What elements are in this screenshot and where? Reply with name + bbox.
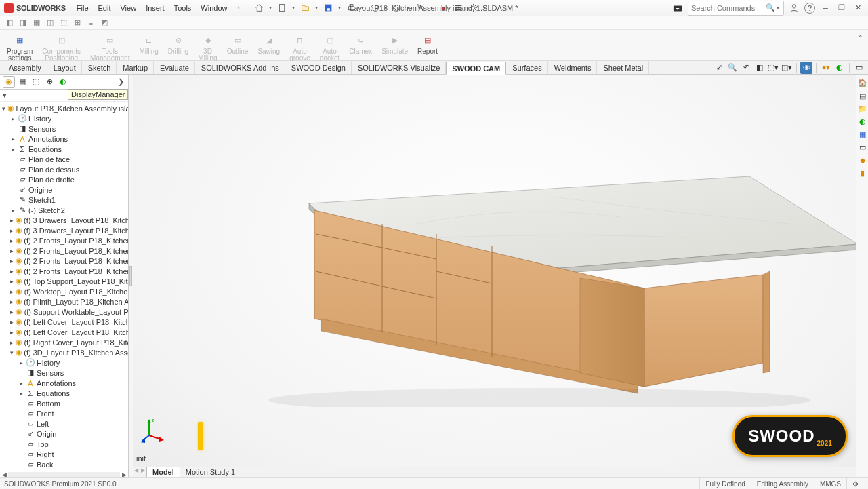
view-triad[interactable]: z [141, 416, 168, 444]
tree-plan-droite[interactable]: ▱Plan de droite [1, 174, 128, 184]
section-icon[interactable]: ◧ [753, 62, 766, 74]
tree-hscroll[interactable]: ◀ ▶ [0, 471, 128, 477]
tab-sheetmetal[interactable]: Sheet Metal [597, 61, 649, 74]
tree-3d[interactable]: ▾◉(f) 3D_Layout P18_Kitchen Assembly isl… [1, 347, 128, 357]
tree-item[interactable]: ▸◉(f) Support Worktable_Layout P18_Kitch… [1, 307, 128, 317]
save-icon[interactable] [322, 2, 334, 14]
tree-item[interactable]: ▸◉(f) Left Cover_Layout P18_Kitchen Asse… [1, 327, 128, 337]
tree-sensors[interactable]: ◨Sensors [1, 123, 128, 134]
close-icon[interactable]: ✕ [852, 2, 864, 14]
bottom-tab-motion[interactable]: Motion Study 1 [180, 467, 241, 477]
prev-view-icon[interactable]: ↶ [740, 62, 752, 74]
cmdmgr-chevron-icon[interactable]: ⌃ [854, 33, 865, 43]
user-icon[interactable] [788, 2, 800, 14]
tree-item[interactable]: ▸◉(f) Top Support_Layout P18_Kitchen Ass… [1, 276, 128, 286]
menu-window[interactable]: Window [197, 2, 231, 14]
open-icon[interactable] [299, 2, 311, 14]
cmd-program-settings[interactable]: ▦Program settings [4, 31, 35, 63]
tree-item[interactable]: ▸◉(f) Worktop_Layout P18_Kitchen Assembl… [1, 286, 128, 296]
menu-insert[interactable]: Insert [142, 2, 169, 14]
scroll-right-icon[interactable]: ▶ [120, 471, 128, 478]
tab-markup[interactable]: Markup [117, 61, 154, 74]
tree-plan-face[interactable]: ▱Plan de face [1, 154, 128, 164]
fm-tab-display-icon[interactable]: ◐ [57, 76, 69, 88]
cmd-report[interactable]: ▤Report [415, 31, 440, 56]
tree-origine[interactable]: ↙Origine [1, 184, 128, 195]
qa-icon-1[interactable]: ◧ [4, 18, 15, 28]
pin-icon[interactable] [232, 2, 245, 14]
qa-icon-7[interactable]: ≡ [85, 18, 96, 28]
fm-tab-tree-icon[interactable]: ◉ [3, 76, 15, 88]
help-icon[interactable]: ? [804, 3, 815, 14]
tab-sketch[interactable]: Sketch [82, 61, 117, 74]
tree-sub-annotations[interactable]: ▸AAnnotations [1, 378, 128, 388]
tree-sub-right[interactable]: ▱Right [1, 449, 128, 459]
cloud-icon[interactable] [671, 2, 684, 14]
scroll-left-icon[interactable]: ◀ [0, 471, 8, 478]
tree-sub-equations[interactable]: ▸ΣEquations [1, 388, 128, 398]
tree-sub-front[interactable]: ▱Front [1, 408, 128, 418]
tab-visualize[interactable]: SOLIDWORKS Visualize [352, 61, 446, 74]
restore-icon[interactable]: ❐ [835, 2, 848, 14]
tree-equations[interactable]: ▸ΣEquations [1, 144, 128, 154]
tree-sub-back[interactable]: ▱Back [1, 459, 128, 469]
tree-item[interactable]: ▸◉(f) Plinth_Layout P18_Kitchen Assembly… [1, 296, 128, 307]
open-drop[interactable]: ▾ [314, 2, 319, 14]
qa-icon-5[interactable]: ⬚ [58, 18, 69, 28]
tree-item[interactable]: ▸◉(f) 3 Drawers_Layout P18_Kitchen Assem… [1, 215, 128, 225]
qa-icon-6[interactable]: ⊞ [72, 18, 83, 28]
tree-sub-sensors[interactable]: ◨Sensors [1, 368, 128, 378]
scene-icon[interactable]: ◐ [833, 62, 846, 74]
status-gear-icon[interactable]: ⚙ [846, 478, 864, 489]
tab-surfaces[interactable]: Surfaces [506, 61, 547, 74]
qa-icon-3[interactable]: ▦ [31, 18, 42, 28]
tp-resources-icon[interactable]: ▤ [857, 90, 868, 101]
qa-icon-2[interactable]: ◨ [18, 18, 28, 28]
tree-plan-dessus[interactable]: ▱Plan de dessus [1, 164, 128, 174]
tp-swood-icon[interactable]: ◆ [857, 155, 868, 165]
display-style-icon[interactable]: ◫▾ [781, 62, 793, 74]
tree-sub-bottom[interactable]: ▱Bottom [1, 398, 128, 408]
appearance-icon[interactable]: ●▾ [820, 62, 832, 74]
tree-sketch1[interactable]: ✎Sketch1 [1, 195, 128, 205]
fm-tab-dim-icon[interactable]: ⊕ [43, 76, 56, 88]
tree-root[interactable]: ▾◉Layout P18_Kitchen Assembly island_1 (… [1, 103, 128, 113]
render-icon[interactable]: ▭ [853, 62, 865, 74]
tree-sub-history[interactable]: ▸🕑History [1, 357, 128, 368]
tree-sketch2[interactable]: ▸✎(-) Sketch2 [1, 205, 128, 215]
menu-view[interactable]: View [116, 2, 140, 14]
tree-sub-top[interactable]: ▱Top [1, 439, 128, 449]
search-drop[interactable]: ▾ [775, 2, 781, 14]
tree-item[interactable]: ▸◉(f) 2 Fronts_Layout P18_Kitchen Assemb… [1, 256, 128, 266]
status-units[interactable]: MMGS [814, 478, 846, 489]
view-orient-icon[interactable]: ⬚▾ [767, 62, 779, 74]
fm-expand-icon[interactable]: ❯ [116, 77, 125, 86]
tab-addins[interactable]: SOLIDWORKS Add-Ins [195, 61, 285, 74]
tp-custom-icon[interactable]: ▦ [857, 129, 868, 140]
fm-tab-config-icon[interactable]: ⬚ [30, 76, 42, 88]
tab-weldments[interactable]: Weldments [548, 61, 598, 74]
tp-library-icon[interactable]: 📁 [857, 103, 868, 114]
tab-layout[interactable]: Layout [47, 61, 82, 74]
home-drop[interactable]: ▾ [268, 2, 273, 14]
search-commands[interactable]: 🔍▾ [688, 1, 784, 16]
zoom-fit-icon[interactable]: ⤢ [713, 62, 725, 74]
menu-tools[interactable]: Tools [170, 2, 196, 14]
menu-file[interactable]: File [73, 2, 93, 14]
tree-sub-left[interactable]: ▱Left [1, 418, 128, 429]
new-drop[interactable]: ▾ [291, 2, 296, 14]
tree-sub-origin[interactable]: ↙Origin [1, 429, 128, 439]
save-drop[interactable]: ▾ [337, 2, 342, 14]
tree-item[interactable]: ▸◉(f) 3 Drawers_Layout P18_Kitchen Assem… [1, 225, 128, 235]
zoom-area-icon[interactable]: 🔍 [726, 62, 739, 74]
tab-swood-design[interactable]: SWOOD Design [285, 61, 352, 74]
tree-item[interactable]: ▸◉(f) Right Cover_Layout P18_Kitchen Ass… [1, 337, 128, 347]
home-icon[interactable] [253, 2, 265, 14]
feature-tree[interactable]: ▾◉Layout P18_Kitchen Assembly island_1 (… [0, 102, 128, 471]
tree-item[interactable]: ▸◉(f) Left Cover_Layout P18_Kitchen Asse… [1, 317, 128, 327]
tree-item[interactable]: ▸◉(f) 2 Fronts_Layout P18_Kitchen Assemb… [1, 266, 128, 276]
tp-forum-icon[interactable]: ▭ [857, 142, 868, 153]
tab-swood-cam[interactable]: SWOOD CAM [446, 62, 506, 75]
tab-evaluate[interactable]: Evaluate [154, 61, 195, 74]
new-icon[interactable] [276, 2, 288, 14]
